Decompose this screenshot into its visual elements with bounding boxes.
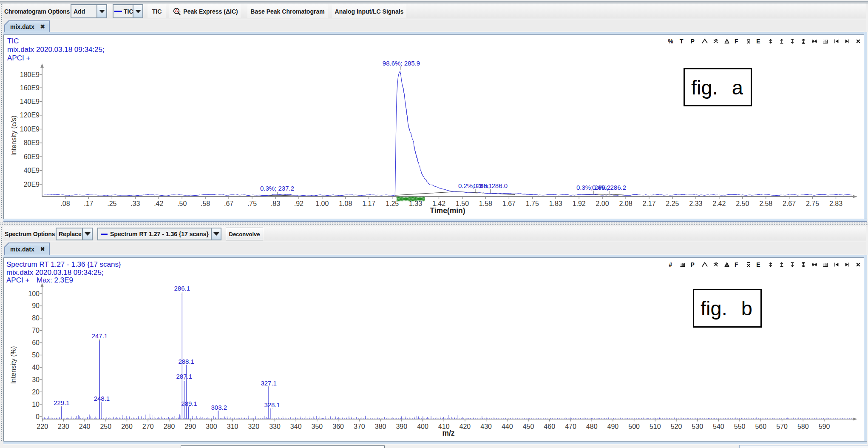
svg-text:120E9: 120E9 [20,111,40,119]
svg-text:100: 100 [28,290,40,297]
svg-text:450: 450 [523,423,534,430]
svg-text:270: 270 [142,423,154,430]
svg-text:.58: .58 [201,200,210,207]
svg-text:340: 340 [290,423,302,430]
svg-text:229.1: 229.1 [54,399,70,406]
svg-text:.25: .25 [107,200,116,207]
svg-text:530: 530 [692,423,703,430]
svg-text:60: 60 [32,339,40,346]
svg-text:20: 20 [32,388,40,396]
svg-text:590: 590 [819,423,830,430]
svg-text:290: 290 [184,423,196,430]
svg-text:1.25: 1.25 [386,200,399,207]
svg-text:0: 0 [36,413,40,420]
svg-text:60E9: 60E9 [24,153,40,160]
svg-text:180E9: 180E9 [20,71,40,78]
svg-text:m/z: m/z [442,429,454,437]
svg-text:2.17: 2.17 [642,200,655,207]
svg-text:2.75: 2.75 [806,200,819,207]
svg-text:Intensity (c/s): Intensity (c/s) [10,115,17,156]
svg-text:TIC: TIC [7,37,19,45]
svg-text:327.1: 327.1 [261,380,277,387]
svg-text:480: 480 [586,423,598,430]
svg-text:Intensity (%): Intensity (%) [10,346,17,384]
svg-text:70: 70 [32,327,40,334]
svg-text:90: 90 [32,302,40,309]
svg-text:287.1: 287.1 [176,373,193,380]
svg-text:1.50: 1.50 [456,200,469,207]
svg-text:1.83: 1.83 [549,200,562,207]
svg-text:286.1: 286.1 [174,285,190,292]
svg-text:240: 240 [79,423,91,430]
svg-text:40E9: 40E9 [24,167,40,174]
svg-text:2.25: 2.25 [666,200,679,207]
svg-text:570: 570 [776,423,788,430]
svg-text:APCI +: APCI + [6,276,29,284]
svg-text:2.08: 2.08 [619,200,633,207]
svg-text:2.42: 2.42 [712,200,726,207]
svg-text:40: 40 [32,364,40,371]
svg-text:360: 360 [332,423,344,430]
svg-text:1.17: 1.17 [362,200,375,207]
svg-text:550: 550 [734,423,746,430]
svg-text:mix.datx 2020.03.18 09:34:25;: mix.datx 2020.03.18 09:34:25; [6,268,104,277]
svg-text:.17: .17 [84,200,93,207]
svg-text:1.33: 1.33 [409,200,422,207]
svg-text:310: 310 [227,423,238,430]
svg-text:.33: .33 [130,200,140,207]
svg-text:430: 430 [480,423,492,430]
svg-text:100E9: 100E9 [20,126,40,133]
svg-text:10: 10 [32,401,40,408]
svg-text:328.1: 328.1 [264,401,280,408]
svg-text:2.33: 2.33 [689,200,702,207]
svg-text:1.08: 1.08 [339,200,352,207]
svg-text:.83: .83 [271,200,280,207]
svg-text:220: 220 [37,423,48,430]
svg-text:20E9: 20E9 [24,181,40,188]
svg-text:80: 80 [32,314,40,322]
svg-text:0.3%; 286.0: 0.3%; 286.0 [474,182,508,189]
svg-text:510: 510 [650,423,661,430]
svg-text:1.42: 1.42 [432,200,445,207]
svg-text:0.3%; 237.2: 0.3%; 237.2 [260,185,294,192]
svg-text:247.1: 247.1 [92,332,108,340]
svg-text:30: 30 [32,376,40,383]
svg-text:330: 330 [269,423,281,430]
svg-text:380: 380 [375,423,386,430]
svg-text:2.83: 2.83 [829,200,842,207]
svg-text:490: 490 [607,423,619,430]
svg-text:80E9: 80E9 [24,139,40,146]
svg-text:.42: .42 [154,200,163,207]
svg-text:2.58: 2.58 [759,200,772,207]
svg-text:mix.datx 2020.03.18 09:34:25;: mix.datx 2020.03.18 09:34:25; [7,46,105,54]
svg-text:1.92: 1.92 [573,200,586,207]
svg-text:440: 440 [502,423,513,430]
svg-text:250: 250 [100,423,111,430]
svg-text:370: 370 [354,423,365,430]
svg-text:140E9: 140E9 [20,98,40,105]
svg-text:470: 470 [565,423,576,430]
svg-text:.50: .50 [177,200,187,207]
svg-text:420: 420 [460,423,471,430]
svg-text:Max: 2.3E9: Max: 2.3E9 [37,276,73,284]
svg-text:320: 320 [248,423,259,430]
svg-text:460: 460 [544,423,555,430]
svg-text:260: 260 [121,423,133,430]
svg-text:280: 280 [164,423,175,430]
svg-text:500: 500 [628,423,640,430]
svg-text:300: 300 [206,423,217,430]
svg-text:.67: .67 [224,200,233,207]
svg-text:1.75: 1.75 [526,200,539,207]
svg-text:.92: .92 [294,200,304,207]
svg-text:1.58: 1.58 [479,200,492,207]
svg-text:APCI +: APCI + [7,54,30,62]
svg-text:540: 540 [713,423,724,430]
svg-text:2.50: 2.50 [736,200,749,207]
svg-text:2.00: 2.00 [596,200,609,207]
svg-text:288.1: 288.1 [178,358,194,365]
svg-text:98.6%; 285.9: 98.6%; 285.9 [383,60,420,67]
svg-text:580: 580 [797,423,809,430]
svg-text:.75: .75 [247,200,257,207]
svg-text:0.4%; 286.2: 0.4%; 286.2 [592,184,626,191]
svg-text:390: 390 [396,423,407,430]
